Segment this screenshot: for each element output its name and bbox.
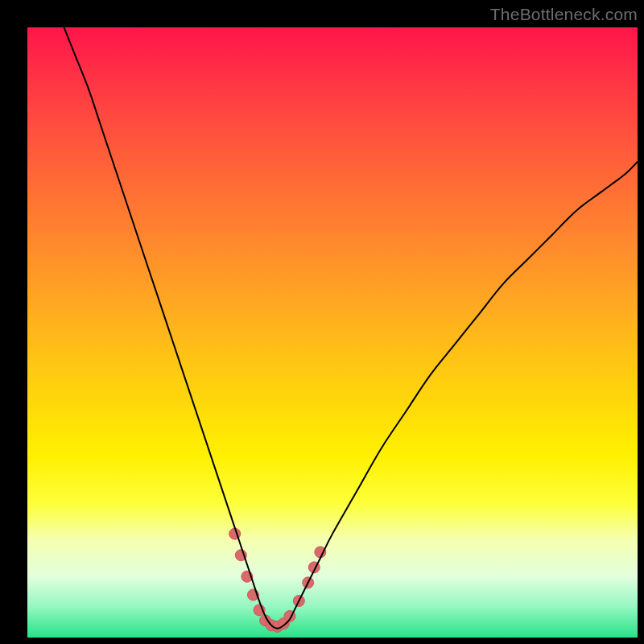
chart-plot-area bbox=[27, 27, 638, 638]
marker-dot bbox=[315, 547, 326, 558]
marker-layer bbox=[229, 528, 326, 632]
bottleneck-curve-path bbox=[64, 27, 638, 629]
chart-frame: TheBottleneck.com bbox=[0, 0, 644, 644]
chart-svg bbox=[27, 27, 638, 638]
watermark-text: TheBottleneck.com bbox=[490, 5, 638, 24]
